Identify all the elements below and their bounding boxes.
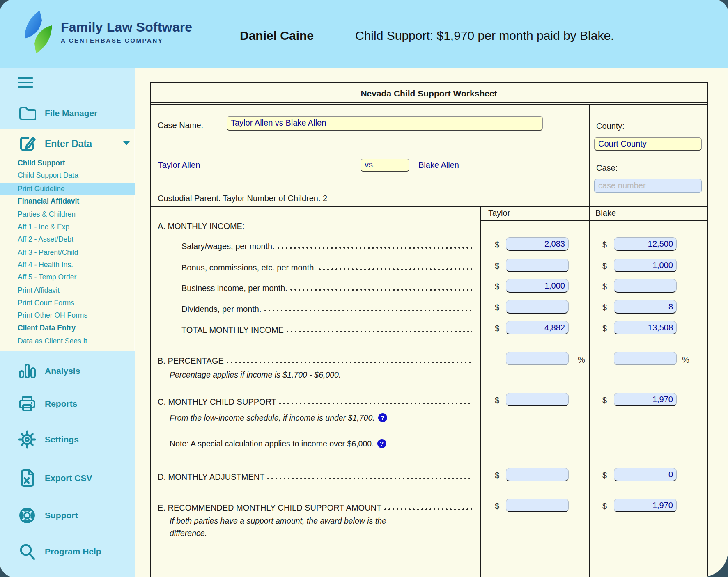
county-label: County: [596,121,625,131]
sidebar-subitem-print-other-oh-forms[interactable]: Print Other OH Forms [18,309,87,321]
taylor-total-income[interactable]: 4,882 [506,321,569,334]
sidebar-subitem-print-guideline[interactable]: Print Guideline [18,183,65,195]
blake-adjustment-input[interactable]: 0 [614,468,677,481]
taylor-percentage-input[interactable] [506,352,569,365]
taylor-recommended-input[interactable] [506,499,569,512]
row-label: Dividends, per month. [181,304,262,314]
sidebar-item-reports[interactable]: Reports [18,394,77,414]
dollar-sign: $ [602,261,607,271]
dotted-leader [384,508,472,511]
dotted-leader [287,331,472,333]
top-header: Family Law Software A CENTERBASE COMPANY… [0,0,728,68]
sidebar-subitem-parties-children[interactable]: Parties & Children [18,208,76,220]
help-icon[interactable]: ? [378,413,387,422]
dotted-leader [227,362,472,364]
sidebar-item-support[interactable]: Support [18,506,78,525]
dollar-sign: $ [602,471,607,480]
percentage-note: Percentage applies if income is $1,700 -… [170,369,341,381]
folder-icon [18,105,37,121]
bar-chart-icon [18,362,37,380]
taylor-bonus-input[interactable] [506,259,569,272]
case-number-label: Case: [596,163,618,173]
menu-icon[interactable] [18,77,33,89]
taylor-salary-input[interactable]: 2,083 [506,237,569,251]
search-icon [18,542,37,561]
dollar-sign: $ [495,471,499,480]
sidebar-item-settings[interactable]: Settings [18,430,79,449]
dollar-sign: $ [602,501,607,511]
section-a-heading: A. MONTHLY INCOME: [158,222,245,231]
sidebar-subitem-child-support[interactable]: Child Support [18,157,65,169]
table-row-child-support: C. MONTHLY CHILD SUPPORT $ $ 1,970 [151,393,709,407]
help-icon[interactable]: ? [377,439,386,448]
row-label: Business income, per month. [181,283,287,293]
chevron-down-icon[interactable] [123,141,130,145]
blake-child-support-input[interactable]: 1,970 [614,393,677,406]
blake-business-input[interactable] [614,279,677,293]
blake-dividends-input[interactable]: 8 [614,300,677,314]
blake-recommended-input[interactable]: 1,970 [614,499,677,512]
custodial-parent-line: Custodial Parent: Taylor Number of Child… [158,194,327,203]
case-number-input[interactable]: case number [594,179,702,193]
taylor-child-support-input[interactable] [506,393,569,406]
blake-total-income[interactable]: 13,508 [614,321,677,334]
taylor-adjustment-input[interactable] [506,468,569,481]
dotted-leader [279,403,472,405]
table-row-recommended: E. RECOMMENDED MONTHLY CHILD SUPPORT AMO… [151,499,709,513]
sidebar-item-program-help[interactable]: Program Help [18,542,101,561]
taylor-dividends-input[interactable] [506,300,569,314]
sidebar-subitem-child-support-data[interactable]: Child Support Data [18,169,78,181]
county-input[interactable]: Court County [594,137,702,151]
sidebar-item-label: Export CSV [45,473,92,483]
sidebar-subitem-aff5[interactable]: Aff 5 - Temp Order [18,271,76,283]
low-income-note: From the low-income schedule, if income … [170,412,387,424]
dollar-sign: $ [495,240,499,250]
sidebar-item-export-csv[interactable]: Export CSV [18,468,92,488]
sidebar-item-label: Enter Data [45,138,92,149]
table-row-adjustment: D. MONTHLY ADJUSTMENT $ $ 0 [151,468,709,482]
sidebar-subitem-print-court-forms[interactable]: Print Court Forms [18,297,74,309]
dollar-sign: $ [495,396,499,405]
sidebar-item-label: Analysis [45,366,80,376]
sidebar-item-label: File Manager [45,108,97,118]
case-name-input[interactable]: Taylor Allen vs Blake Allen [227,116,543,131]
row-label: B. PERCENTAGE [158,356,224,366]
dollar-sign: $ [495,261,499,271]
blake-bonus-input[interactable]: 1,000 [614,259,677,272]
table-row-total-income: TOTAL MONTHLY INCOME $ 4,882 $ 13,508 [151,321,709,335]
dollar-sign: $ [602,396,607,405]
sidebar-subitem-aff1[interactable]: Aff 1 - Inc & Exp [18,221,69,233]
taylor-business-input[interactable]: 1,000 [506,279,569,293]
sidebar-subitem-data-as-client-sees-it[interactable]: Data as Client Sees It [18,335,87,347]
printer-icon [18,395,37,413]
worksheet: Nevada Child Support Worksheet Case Name… [150,82,708,577]
edit-icon [18,134,37,153]
sidebar-subitem-aff2[interactable]: Aff 2 - Asset/Debt [18,233,73,245]
brand-logo-icon [21,7,58,57]
low-income-note-text: From the low-income schedule, if income … [170,413,375,422]
sidebar-subitem-aff4[interactable]: Aff 4 - Health Ins. [18,259,73,271]
sidebar-subitem-print-affidavit[interactable]: Print Affidavit [18,284,60,296]
party1-name[interactable]: Taylor Allen [158,160,200,170]
blake-percentage-input[interactable] [614,352,677,365]
sidebar-item-enter-data[interactable]: Enter Data [18,134,92,153]
file-csv-icon [18,468,37,488]
dotted-leader [290,289,472,291]
dollar-sign: $ [602,240,607,250]
column-header-underline [480,220,707,221]
sidebar-subitem-client-data-entry[interactable]: Client Data Entry [18,322,76,334]
blake-salary-input[interactable]: 12,500 [614,237,677,251]
party2-name[interactable]: Blake Allen [418,160,459,170]
dotted-leader [264,310,472,312]
vs-input[interactable]: vs. [361,159,409,172]
client-name: Daniel Caine [240,29,314,43]
sidebar-item-file-manager[interactable]: File Manager [18,103,97,123]
app-window: Family Law Software A CENTERBASE COMPANY… [0,0,728,577]
sidebar-subitem-financial-affidavit[interactable]: Financial Affidavit [18,195,79,207]
worksheet-title: Nevada Child Support Worksheet [151,89,707,98]
table-top-border [151,206,707,207]
sidebar-item-analysis[interactable]: Analysis [18,361,80,381]
sidebar-subitem-aff3[interactable]: Aff 3 - Parent/Child [18,246,78,259]
brand-tagline: A CENTERBASE COMPANY [61,37,192,44]
dollar-sign: $ [495,501,499,511]
